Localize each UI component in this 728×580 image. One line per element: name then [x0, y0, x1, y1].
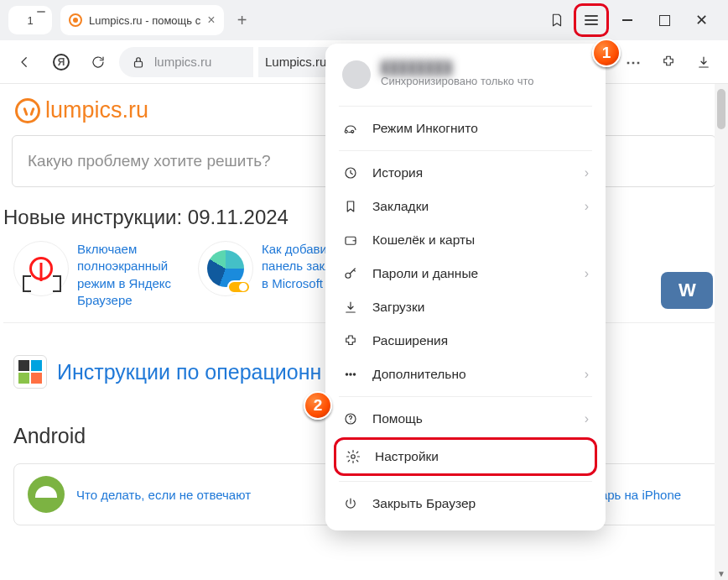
- menu-label: Настройки: [375, 449, 439, 464]
- menu-item-settings[interactable]: Настройки: [334, 437, 597, 476]
- bookmark-icon: [342, 198, 359, 215]
- chevron-right-icon: ›: [585, 411, 589, 426]
- extensions-button[interactable]: [653, 46, 684, 78]
- menu-label: Кошелёк и карты: [372, 233, 475, 248]
- menu-label: Дополнительно: [372, 367, 466, 382]
- main-menu-button[interactable]: [574, 3, 609, 37]
- svg-point-6: [353, 374, 355, 375]
- vk-share-button[interactable]: W: [661, 272, 713, 309]
- key-icon: [342, 265, 359, 282]
- menu-item-close-browser[interactable]: Закрыть Браузер: [325, 487, 606, 520]
- main-menu-dropdown: ████████ Синхронизировано только что Реж…: [325, 44, 606, 530]
- power-icon: [342, 495, 359, 512]
- bookmarks-shelf-icon[interactable]: [540, 3, 574, 37]
- toggle-badge-icon: [227, 280, 251, 294]
- new-tab-button[interactable]: +: [231, 8, 254, 32]
- window-minimize-button[interactable]: [609, 19, 646, 21]
- scroll-down-arrow-icon[interactable]: ▼: [715, 567, 728, 580]
- menu-item-passwords[interactable]: Пароли и данные ›: [325, 257, 606, 290]
- menu-user-row[interactable]: ████████ Синхронизировано только что: [325, 52, 606, 101]
- menu-item-extensions[interactable]: Расширения: [325, 324, 606, 358]
- menu-item-bookmarks[interactable]: Закладки ›: [325, 190, 606, 223]
- article-link[interactable]: Включаем полноэкранный режим в Яндекс Бр…: [77, 241, 181, 309]
- download-icon: [342, 299, 359, 316]
- menu-label: Закладки: [372, 199, 429, 214]
- sync-status: Синхронизировано только что: [381, 75, 534, 87]
- avatar: [342, 60, 371, 89]
- back-button[interactable]: [8, 46, 40, 78]
- window-close-button[interactable]: ✕: [683, 11, 720, 29]
- history-icon: [342, 165, 359, 181]
- annotation-badge-2: 2: [304, 391, 332, 420]
- yandex-logo-icon: Я: [53, 54, 70, 71]
- vk-icon: W: [679, 280, 695, 301]
- fullscreen-icon: [23, 250, 61, 289]
- os-heading-link[interactable]: Инструкции по операционн: [57, 360, 321, 384]
- chevron-right-icon: ›: [585, 199, 589, 214]
- menu-label: Помощь: [372, 411, 423, 426]
- chevron-right-icon: ›: [585, 367, 589, 382]
- svg-point-4: [346, 374, 347, 375]
- menu-label: Закрыть Браузер: [372, 496, 476, 511]
- menu-item-incognito[interactable]: Режим Инкогнито: [325, 112, 606, 145]
- android-icon: [28, 476, 65, 513]
- hamburger-icon: [585, 19, 598, 21]
- article-link[interactable]: Что делать, если не отвечают: [76, 488, 251, 502]
- article-thumb: [13, 241, 69, 296]
- reload-button[interactable]: [82, 46, 114, 78]
- os-collection-icon: [13, 355, 47, 389]
- chevron-right-icon: ›: [585, 165, 589, 180]
- site-name[interactable]: lumpics.ru: [45, 97, 148, 123]
- article-thumb: [198, 241, 253, 296]
- downloads-button[interactable]: [688, 46, 720, 78]
- tabstrip: 1 Lumpics.ru - помощь с × + ✕: [0, 0, 728, 40]
- article-card[interactable]: Что делать, если не отвечают: [13, 463, 354, 525]
- incognito-icon: [342, 120, 359, 137]
- site-search-placeholder: Какую проблему хотите решить?: [28, 152, 271, 170]
- window-maximize-button[interactable]: [646, 15, 683, 26]
- yandex-home-button[interactable]: Я: [45, 46, 77, 78]
- menu-item-wallet[interactable]: Кошелёк и карты: [325, 223, 606, 257]
- lumpics-logo-icon: [15, 98, 40, 123]
- url-security-chip[interactable]: lumpics.ru: [119, 47, 253, 77]
- help-icon: [342, 410, 359, 427]
- url-domain: lumpics.ru: [154, 55, 211, 69]
- active-tab[interactable]: Lumpics.ru - помощь с ×: [60, 5, 224, 35]
- menu-label: Расширения: [372, 333, 448, 348]
- user-name: ████████: [381, 60, 473, 72]
- lumpics-favicon-icon: [69, 13, 82, 27]
- scrollbar-thumb[interactable]: [717, 89, 725, 129]
- wallet-icon: [342, 232, 359, 248]
- menu-label: Режим Инкогнито: [372, 121, 478, 136]
- menu-item-more[interactable]: Дополнительно ›: [325, 358, 606, 391]
- os-col-title: Android: [13, 424, 354, 448]
- puzzle-icon: [342, 332, 359, 349]
- gear-icon: [345, 448, 361, 465]
- menu-label: Загрузки: [372, 300, 424, 315]
- toolbar-overflow-icon[interactable]: ⋯: [617, 46, 649, 78]
- lock-icon: [131, 55, 146, 70]
- svg-point-8: [351, 455, 356, 459]
- os-column-android: Android Что делать, если не отвечают: [13, 424, 354, 525]
- vertical-scrollbar[interactable]: ▲ ▼: [715, 84, 728, 580]
- menu-item-history[interactable]: История ›: [325, 156, 606, 190]
- dots-icon: [342, 366, 359, 383]
- annotation-badge-1: 1: [592, 39, 621, 67]
- tab-title: Lumpics.ru - помощь с: [89, 14, 200, 27]
- pinned-indicator: [37, 11, 45, 13]
- svg-point-5: [350, 374, 351, 375]
- menu-label: Пароли и данные: [372, 266, 478, 281]
- menu-label: История: [372, 165, 423, 180]
- menu-item-downloads[interactable]: Загрузки: [325, 290, 606, 324]
- menu-item-help[interactable]: Помощь ›: [325, 402, 606, 436]
- chevron-right-icon: ›: [585, 266, 589, 281]
- close-tab-icon[interactable]: ×: [207, 13, 215, 28]
- article-card: Включаем полноэкранный режим в Яндекс Бр…: [13, 241, 181, 309]
- pinned-count: 1: [27, 14, 33, 27]
- svg-rect-0: [135, 61, 143, 67]
- pinned-tab[interactable]: 1: [8, 6, 52, 34]
